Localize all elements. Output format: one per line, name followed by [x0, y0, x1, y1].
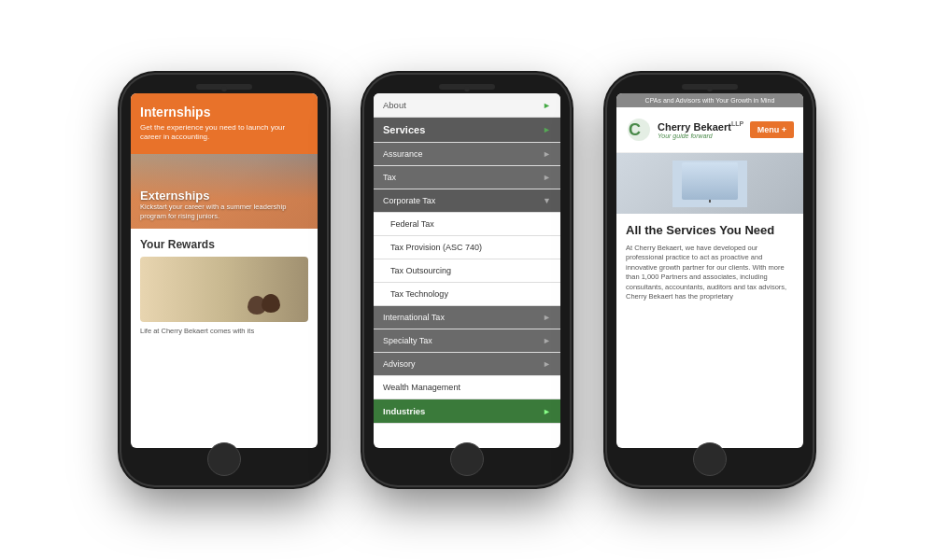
menu-item-tax-outsourcing[interactable]: Tax Outsourcing	[374, 259, 560, 283]
top-bar: CPAs and Advisors with Your Growth in Mi…	[616, 93, 803, 107]
hero-image	[616, 153, 803, 214]
content-body: At Cherry Bekaert, we have developed our…	[626, 244, 794, 302]
externships-overlay: Externships Kickstart your career with a…	[131, 181, 318, 229]
phone-1-screen: Internships Get the experience you need …	[131, 93, 318, 448]
corporate-tax-label: Corporate Tax	[383, 196, 435, 205]
svg-point-4	[705, 163, 733, 180]
federal-tax-label: Federal Tax	[390, 219, 434, 229]
phone-2-camera	[464, 86, 470, 91]
brand-name: Cherry BekaertLLP	[658, 120, 744, 133]
phone-2-screen: About ► Services ► Assurance ► Tax ► Cor…	[374, 93, 560, 448]
menu-item-corporate-tax[interactable]: Corporate Tax ▼	[374, 189, 560, 213]
menu-item-tax[interactable]: Tax ►	[374, 166, 560, 189]
menu-button[interactable]: Menu +	[750, 121, 794, 138]
menu-item-federal-tax[interactable]: Federal Tax	[374, 213, 560, 236]
phone-3-screen: CPAs and Advisors with Your Growth in Mi…	[616, 93, 803, 448]
phone-3-camera	[707, 86, 713, 91]
specialty-tax-arrow: ►	[543, 336, 551, 345]
menu-item-advisory[interactable]: Advisory ►	[374, 353, 560, 376]
menu-item-intl-tax[interactable]: International Tax ►	[374, 306, 560, 329]
externships-desc: Kickstart your career with a summer lead…	[140, 203, 308, 221]
rewards-section: Your Rewards Life at Cherry Bekaert come…	[131, 229, 318, 344]
rewards-desc: Life at Cherry Bekaert comes with its	[140, 327, 308, 335]
phone-3: CPAs and Advisors with Your Growth in Mi…	[607, 75, 813, 485]
externships-title: Externships	[140, 189, 308, 203]
phone-1-camera	[221, 86, 227, 91]
menu-item-services[interactable]: Services ►	[374, 118, 560, 143]
menu-item-specialty-tax[interactable]: Specialty Tax ►	[374, 329, 560, 353]
phone-2-home-button[interactable]	[450, 442, 484, 476]
menu-item-tax-technology[interactable]: Tax Technology	[374, 283, 560, 306]
advisory-label: Advisory	[383, 359, 416, 369]
services-arrow: ►	[543, 125, 551, 134]
rewards-image	[140, 257, 308, 322]
rewards-title: Your Rewards	[140, 238, 308, 251]
main-content: All the Services You Need At Cherry Beka…	[616, 214, 803, 312]
main-scene: Internships Get the experience you need …	[0, 0, 934, 560]
tax-outsourcing-label: Tax Outsourcing	[390, 266, 451, 275]
menu-item-industries[interactable]: Industries ►	[374, 399, 560, 424]
menu-item-assurance[interactable]: Assurance ►	[374, 143, 560, 166]
content-heading: All the Services You Need	[626, 223, 794, 238]
specialty-tax-label: Specialty Tax	[383, 336, 432, 345]
phone-3-home-button[interactable]	[693, 442, 727, 476]
externships-card: Externships Kickstart your career with a…	[131, 154, 318, 229]
services-label: Services	[383, 124, 425, 135]
assurance-arrow: ►	[543, 149, 551, 159]
internships-desc: Get the experience you need to launch yo…	[140, 123, 308, 143]
tax-technology-label: Tax Technology	[390, 289, 448, 299]
wealth-label: Wealth Management	[383, 383, 460, 392]
phone-1-home-button[interactable]	[207, 442, 241, 476]
intl-tax-arrow: ►	[543, 313, 551, 322]
phone-2: About ► Services ► Assurance ► Tax ► Cor…	[364, 75, 570, 485]
industries-label: Industries	[383, 406, 425, 416]
about-label: About	[383, 100, 406, 110]
svg-marker-6	[691, 183, 715, 190]
menu-item-wealth[interactable]: Wealth Management	[374, 376, 560, 399]
tax-provision-label: Tax Provision (ASC 740)	[390, 243, 482, 252]
advisory-arrow: ►	[543, 359, 551, 369]
brand-tagline: Your guide forward	[658, 133, 744, 139]
phone-1: Internships Get the experience you need …	[121, 75, 327, 485]
navigation-menu: About ► Services ► Assurance ► Tax ► Cor…	[374, 93, 560, 424]
logo-text: Cherry BekaertLLP Your guide forward	[658, 120, 744, 139]
intl-tax-label: International Tax	[383, 313, 445, 322]
menu-item-about[interactable]: About ►	[374, 93, 560, 118]
site-header: C Cherry BekaertLLP Your guide forward M…	[616, 107, 803, 153]
tax-arrow: ►	[543, 173, 551, 182]
internships-card: Internships Get the experience you need …	[131, 93, 318, 154]
assurance-label: Assurance	[383, 149, 423, 159]
top-bar-text: CPAs and Advisors with Your Growth in Mi…	[645, 97, 775, 104]
corporate-tax-arrow: ▼	[543, 196, 551, 205]
weather-vane-svg	[672, 161, 747, 207]
svg-text:C: C	[629, 120, 641, 139]
logo-icon: C	[626, 117, 652, 143]
svg-marker-7	[715, 183, 729, 190]
svg-point-3	[684, 165, 717, 184]
internships-title: Internships	[140, 105, 308, 119]
menu-item-tax-provision[interactable]: Tax Provision (ASC 740)	[374, 236, 560, 259]
about-arrow: ►	[543, 101, 551, 110]
tax-label: Tax	[383, 173, 396, 182]
industries-arrow: ►	[543, 407, 551, 416]
svg-rect-5	[709, 179, 711, 203]
